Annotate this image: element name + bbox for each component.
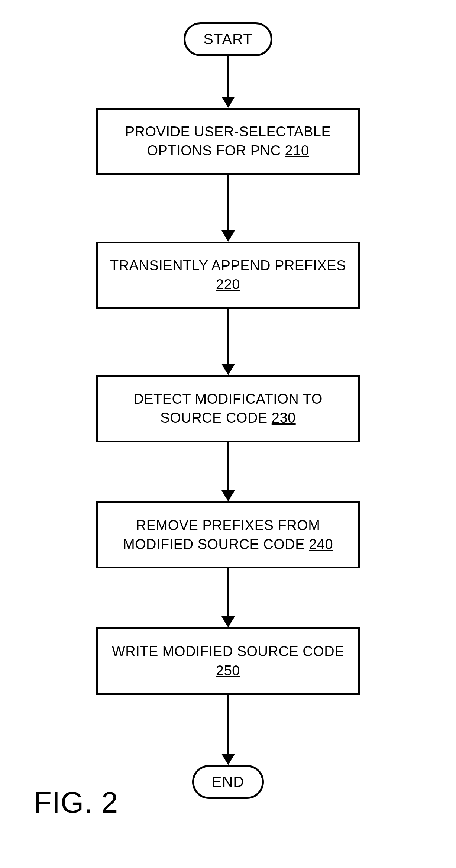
process-240-ref: 240 xyxy=(309,536,333,552)
figure-caption-text: FIG. 2 xyxy=(33,786,118,819)
end-terminator: END xyxy=(192,765,264,799)
process-250-text: WRITE MODIFIED SOURCE CODE xyxy=(112,643,344,659)
arrow-230-to-240 xyxy=(221,442,235,501)
process-230-ref: 230 xyxy=(272,410,296,426)
process-230: DETECT MODIFICATION TO SOURCE CODE 230 xyxy=(96,375,360,442)
process-250: WRITE MODIFIED SOURCE CODE 250 xyxy=(96,627,360,695)
process-240-text: REMOVE PREFIXES FROM MODIFIED SOURCE COD… xyxy=(123,517,320,552)
process-220-text: TRANSIENTLY APPEND PREFIXES xyxy=(110,258,346,273)
arrow-250-to-end xyxy=(221,695,235,765)
arrow-start-to-210 xyxy=(221,56,235,108)
start-label: START xyxy=(203,31,252,47)
end-label: END xyxy=(212,774,244,790)
process-220: TRANSIENTLY APPEND PREFIXES 220 xyxy=(96,242,360,309)
process-210: PROVIDE USER-SELECTABLE OPTIONS FOR PNC … xyxy=(96,108,360,175)
arrow-240-to-250 xyxy=(221,568,235,627)
start-terminator: START xyxy=(184,22,272,56)
process-250-ref: 250 xyxy=(216,663,240,678)
flowchart: START PROVIDE USER-SELECTABLE OPTIONS FO… xyxy=(98,22,358,799)
page: START PROVIDE USER-SELECTABLE OPTIONS FO… xyxy=(0,0,456,868)
process-240: REMOVE PREFIXES FROM MODIFIED SOURCE COD… xyxy=(96,501,360,569)
arrow-210-to-220 xyxy=(221,175,235,242)
process-210-ref: 210 xyxy=(285,143,309,158)
figure-caption: FIG. 2 xyxy=(33,785,118,820)
arrow-220-to-230 xyxy=(221,309,235,375)
process-220-ref: 220 xyxy=(216,277,240,292)
